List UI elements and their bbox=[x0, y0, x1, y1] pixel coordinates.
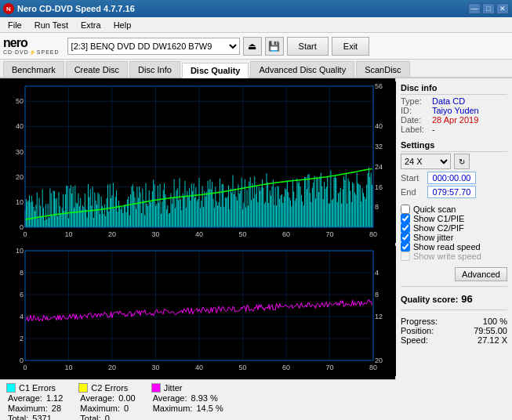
menu-run-test[interactable]: Run Test bbox=[28, 20, 74, 31]
disc-id-label: ID: bbox=[401, 106, 430, 115]
nero-brand-text: nero bbox=[3, 37, 27, 49]
quality-score-value: 96 bbox=[461, 293, 472, 305]
nero-logo: nero CD·DVD⚡SPEED bbox=[3, 37, 60, 56]
quality-score-label: Quality score: bbox=[401, 295, 458, 304]
c2-average-label: Average: bbox=[80, 393, 114, 403]
window-controls[interactable]: — □ ✕ bbox=[468, 3, 509, 14]
close-button[interactable]: ✕ bbox=[496, 3, 509, 14]
c1-average-value: 1.12 bbox=[46, 393, 63, 403]
menu-bar: File Run Test Extra Help bbox=[0, 17, 512, 33]
chart-bottom bbox=[3, 246, 392, 376]
maximize-button[interactable]: □ bbox=[482, 3, 495, 14]
disc-type-row: Type: Data CD bbox=[401, 96, 507, 106]
end-time-input[interactable]: 079:57.70 bbox=[427, 186, 476, 198]
c2-maximum-value: 0 bbox=[124, 404, 129, 413]
jitter-average-value: 8.93 % bbox=[191, 393, 218, 403]
checkbox-write-speed: Show write speed bbox=[401, 252, 507, 261]
disc-id-row: ID: Taiyo Yuden bbox=[401, 106, 507, 115]
start-button[interactable]: Start bbox=[287, 37, 329, 56]
eject-icon-button[interactable]: ⏏ bbox=[243, 37, 262, 56]
c2-total-label: Total: bbox=[80, 414, 100, 420]
toolbar: nero CD·DVD⚡SPEED [2:3] BENQ DVD DD DW16… bbox=[0, 33, 512, 60]
minimize-button[interactable]: — bbox=[468, 3, 481, 14]
disc-date-label: Date: bbox=[401, 115, 430, 125]
tab-bar: Benchmark Create Disc Disc Info Disc Qua… bbox=[0, 60, 512, 78]
charts-and-legend: C1 Errors Average: 1.12 Maximum: 28 Tota… bbox=[0, 78, 396, 420]
show-write-speed-checkbox bbox=[401, 252, 410, 261]
c1-average-label: Average: bbox=[8, 393, 42, 403]
c2-jitter-chart-canvas bbox=[3, 246, 396, 376]
jitter-maximum-row: Maximum: 14.5 % bbox=[153, 404, 223, 413]
c1-average-row: Average: 1.12 bbox=[8, 393, 63, 403]
c2-total-value: 0 bbox=[105, 414, 110, 420]
tab-disc-info[interactable]: Disc Info bbox=[129, 61, 180, 77]
checkbox-read-speed: Show read speed bbox=[401, 242, 507, 252]
speed-select[interactable]: 24 X Max 1 X 2 X 4 X bbox=[401, 154, 451, 169]
disc-date-row: Date: 28 Apr 2019 bbox=[401, 115, 507, 125]
jitter-average-label: Average: bbox=[153, 393, 187, 403]
refresh-icon-button[interactable]: ↻ bbox=[454, 154, 470, 169]
disc-label-label: Label: bbox=[401, 125, 430, 134]
show-c1pie-checkbox[interactable] bbox=[401, 214, 410, 223]
exit-button[interactable]: Exit bbox=[332, 37, 369, 56]
tab-create-disc[interactable]: Create Disc bbox=[66, 61, 128, 77]
charts-area bbox=[0, 78, 396, 379]
legend-c2: C2 Errors Average: 0.00 Maximum: 0 Total… bbox=[78, 383, 135, 420]
jitter-average-row: Average: 8.93 % bbox=[153, 393, 223, 403]
disc-label-value: - bbox=[432, 125, 435, 134]
quick-scan-checkbox[interactable] bbox=[401, 205, 410, 214]
show-c1pie-label: Show C1/PIE bbox=[413, 214, 464, 223]
legend-area: C1 Errors Average: 1.12 Maximum: 28 Tota… bbox=[0, 379, 396, 420]
settings-section: Settings 24 X Max 1 X 2 X 4 X ↻ Start 00… bbox=[401, 140, 507, 198]
c1-label: C1 Errors bbox=[19, 383, 56, 393]
disc-id-value: Taiyo Yuden bbox=[432, 106, 479, 115]
end-time-row: End 079:57.70 bbox=[401, 186, 507, 198]
nero-brand-subtitle: CD·DVD⚡SPEED bbox=[3, 49, 60, 56]
show-c2pif-checkbox[interactable] bbox=[401, 223, 410, 233]
jitter-color-swatch bbox=[151, 383, 161, 393]
start-time-row: Start 000:00.00 bbox=[401, 172, 507, 184]
jitter-label: Jitter bbox=[164, 383, 183, 393]
menu-extra[interactable]: Extra bbox=[74, 20, 107, 31]
disc-type-value: Data CD bbox=[432, 96, 465, 106]
c2-label: C2 Errors bbox=[91, 383, 128, 393]
show-read-speed-checkbox[interactable] bbox=[401, 242, 410, 252]
progress-section: Progress: 100 % Position: 79:55.00 Speed… bbox=[401, 317, 507, 345]
tab-scan-disc[interactable]: ScanDisc bbox=[356, 61, 409, 77]
position-label: Position: bbox=[401, 326, 434, 335]
end-time-label: End bbox=[401, 187, 424, 197]
progress-label: Progress: bbox=[401, 317, 438, 326]
progress-row: Progress: 100 % bbox=[401, 317, 507, 326]
disc-label-row: Label: - bbox=[401, 125, 507, 134]
tab-advanced-disc-quality[interactable]: Advanced Disc Quality bbox=[250, 61, 354, 77]
tab-disc-quality[interactable]: Disc Quality bbox=[182, 63, 249, 78]
start-time-label: Start bbox=[401, 173, 424, 183]
show-c2pif-label: Show C2/PIF bbox=[413, 223, 464, 233]
checkbox-c1-pie: Show C1/PIE bbox=[401, 214, 507, 223]
chart-top bbox=[3, 81, 392, 243]
advanced-btn-container: Advanced bbox=[401, 266, 507, 281]
settings-title: Settings bbox=[401, 140, 507, 150]
show-jitter-checkbox[interactable] bbox=[401, 233, 410, 242]
c2-maximum-label: Maximum: bbox=[80, 404, 120, 413]
c1-chart-canvas bbox=[3, 81, 396, 243]
checkbox-quick-scan: Quick scan bbox=[401, 205, 507, 214]
checkbox-c2-pif: Show C2/PIF bbox=[401, 223, 507, 233]
c1-color-swatch bbox=[6, 383, 16, 393]
progress-value: 100 % bbox=[483, 317, 507, 326]
c1-total-label: Total: bbox=[8, 414, 28, 420]
drive-select[interactable]: [2:3] BENQ DVD DD DW1620 B7W9 bbox=[67, 38, 240, 55]
c1-total-value: 5371 bbox=[32, 414, 51, 420]
position-row: Position: 79:55.00 bbox=[401, 326, 507, 335]
save-icon-button[interactable]: 💾 bbox=[265, 37, 284, 56]
checkbox-jitter: Show jitter bbox=[401, 233, 507, 242]
tab-benchmark[interactable]: Benchmark bbox=[3, 61, 64, 77]
show-jitter-label: Show jitter bbox=[413, 233, 453, 242]
legend-jitter: Jitter Average: 8.93 % Maximum: 14.5 % bbox=[151, 383, 223, 420]
disc-date-value: 28 Apr 2019 bbox=[432, 115, 478, 125]
legend-c1-header: C1 Errors bbox=[6, 383, 63, 393]
start-time-input[interactable]: 000:00.00 bbox=[427, 172, 476, 184]
advanced-button[interactable]: Advanced bbox=[455, 267, 507, 281]
menu-file[interactable]: File bbox=[2, 20, 28, 31]
menu-help[interactable]: Help bbox=[107, 20, 138, 31]
